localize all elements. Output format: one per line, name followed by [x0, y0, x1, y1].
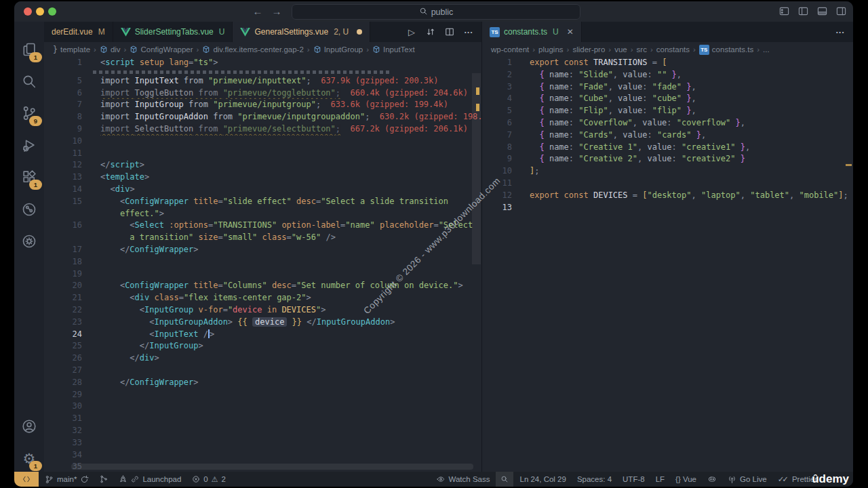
- line-number: 32: [44, 425, 90, 437]
- tab-label: derEdit.vue: [52, 27, 93, 37]
- breadcrumb-item[interactable]: ConfigWrapper: [130, 45, 193, 54]
- breadcrumb-item[interactable]: InputGroup: [313, 45, 363, 54]
- vertical-scrollbar[interactable]: [472, 73, 481, 264]
- more-button[interactable]: ···: [462, 26, 475, 38]
- box-icon: [130, 45, 138, 54]
- breadcrumb-item[interactable]: wp-content: [491, 45, 529, 54]
- activity-run-debug[interactable]: [18, 134, 40, 156]
- breadcrumb-label: constants: [656, 45, 690, 54]
- line-number: 14: [44, 184, 90, 196]
- activity-extension-circle-1[interactable]: [18, 199, 40, 220]
- code-line: 20 <ConfigWrapper title="Columns" desc="…: [44, 280, 481, 292]
- activity-extensions[interactable]: 1: [18, 166, 40, 188]
- status-label: 2: [222, 475, 226, 483]
- line-number: 5: [44, 75, 90, 87]
- tab-constants.ts[interactable]: TSconstants.tsU✕: [482, 22, 582, 42]
- code-line: 24 <InputText />: [44, 329, 481, 341]
- horizontal-scrollbar[interactable]: [71, 464, 473, 470]
- status-git-graph[interactable]: [95, 472, 113, 487]
- line-number: 33: [44, 437, 90, 449]
- nav-back-button[interactable]: ←: [251, 4, 264, 19]
- breadcrumb-item[interactable]: ...: [763, 45, 770, 54]
- status-indentation[interactable]: Spaces: 4: [572, 472, 616, 487]
- run-button[interactable]: ▷: [406, 26, 418, 38]
- split-editor-button[interactable]: [443, 26, 456, 38]
- breadcrumb-item[interactable]: src: [637, 45, 647, 54]
- breadcrumb-item[interactable]: InputText: [372, 45, 415, 54]
- nav-forward-button[interactable]: →: [270, 4, 283, 19]
- activity-settings[interactable]: ⚙1: [18, 447, 40, 469]
- code-editor-right[interactable]: 1export const TRANSITIONS = [2 { name: "…: [482, 57, 853, 472]
- breadcrumb-item[interactable]: plugins: [538, 45, 563, 54]
- code-line: 5import InputText from "primevue/inputte…: [44, 75, 481, 87]
- breadcrumb-item[interactable]: }template: [53, 45, 90, 54]
- overview-modified-mark: [846, 164, 852, 166]
- minimize-window-button[interactable]: [36, 7, 44, 16]
- toggle-panel-icon[interactable]: [817, 6, 827, 16]
- breadcrumb-item[interactable]: div.flex.items-center.gap-2: [202, 45, 303, 54]
- tab-GeneralSettings.vue[interactable]: GeneralSettings.vue2, U: [233, 22, 370, 42]
- tab-derEdit.vue[interactable]: derEdit.vueM: [44, 22, 113, 42]
- toggle-secondary-sidebar-icon[interactable]: [836, 6, 846, 16]
- line-number: 19: [44, 268, 90, 281]
- status-git-branch[interactable]: main*: [40, 472, 94, 487]
- import-cost-hint: 667.2k (gzipped: 206.1k): [340, 124, 468, 134]
- breadcrumb-separator: ›: [366, 45, 369, 54]
- command-center-search[interactable]: public: [292, 4, 580, 20]
- status-label: {} Vue: [675, 475, 696, 483]
- status-go-live[interactable]: Go Live: [723, 472, 772, 487]
- tab-label: GeneralSettings.vue: [254, 27, 328, 37]
- breadcrumb-label: ...: [763, 45, 770, 54]
- open-changes-button[interactable]: [425, 26, 437, 38]
- breadcrumb-item[interactable]: vue: [614, 45, 627, 54]
- line-number: 12: [44, 159, 90, 171]
- status-zoom-indicator[interactable]: [496, 472, 513, 487]
- status-label: LF: [656, 475, 665, 483]
- tab-bar-left: derEdit.vueMSliderSettingTabs.vueUGenera…: [44, 22, 481, 42]
- code-line: [44, 69, 481, 75]
- status-language-mode[interactable]: {} Vue: [671, 472, 701, 487]
- activity-source-control[interactable]: 9: [18, 102, 40, 124]
- zoom-window-button[interactable]: [48, 7, 56, 16]
- line-number: 8: [44, 111, 90, 123]
- activity-accounts[interactable]: [18, 415, 40, 437]
- toggle-sidebar-icon[interactable]: [798, 6, 808, 16]
- line-number: 7: [44, 99, 90, 111]
- status-launchpad[interactable]: Launchpad: [114, 472, 186, 487]
- activity-search[interactable]: [18, 70, 40, 92]
- vue-icon: [121, 28, 131, 37]
- line-number: 34: [44, 449, 90, 462]
- status-encoding[interactable]: UTF-8: [618, 472, 650, 487]
- close-window-button[interactable]: [24, 7, 32, 16]
- editor-group-right[interactable]: TSconstants.tsU✕··· wp-content›plugins›s…: [481, 22, 853, 472]
- more-button[interactable]: ···: [834, 26, 846, 38]
- code-line: 26 </div>: [44, 352, 481, 365]
- line-number: 13: [482, 202, 517, 214]
- activity-extension-circle-2[interactable]: [18, 230, 40, 252]
- customize-layout-icon[interactable]: [779, 6, 789, 16]
- close-tab-icon[interactable]: ✕: [567, 27, 574, 37]
- code-line: 30: [44, 401, 481, 413]
- activity-explorer[interactable]: 1: [18, 39, 40, 60]
- breadcrumb-label: plugins: [538, 45, 563, 54]
- breadcrumb-item[interactable]: div: [100, 45, 121, 54]
- status-watch-sass[interactable]: Watch Sass: [431, 472, 495, 487]
- editor-group-left[interactable]: derEdit.vueMSliderSettingTabs.vueUGenera…: [44, 22, 481, 472]
- line-number: 24: [44, 329, 90, 341]
- status-eol[interactable]: LF: [651, 472, 669, 487]
- tab-decoration: 2, U: [334, 27, 349, 37]
- dirty-indicator[interactable]: [357, 29, 362, 35]
- brace-icon: }: [53, 45, 58, 54]
- tab-decoration: U: [219, 27, 225, 37]
- status-copilot[interactable]: [703, 472, 722, 487]
- debug-icon: [22, 138, 37, 152]
- status-remote-indicator[interactable]: [14, 472, 39, 487]
- breadcrumb-item[interactable]: constants: [656, 45, 690, 54]
- breadcrumb-item[interactable]: TSconstants.ts: [699, 45, 753, 55]
- line-number: 28: [44, 377, 90, 389]
- tab-SliderSettingTabs.vue[interactable]: SliderSettingTabs.vueU: [113, 22, 233, 42]
- breadcrumb-item[interactable]: slider-pro: [572, 45, 605, 54]
- status-problems[interactable]: 0⚠2: [187, 472, 231, 487]
- status-cursor-position[interactable]: Ln 24, Col 29: [515, 472, 570, 487]
- breadcrumb-label: constants.ts: [712, 45, 753, 54]
